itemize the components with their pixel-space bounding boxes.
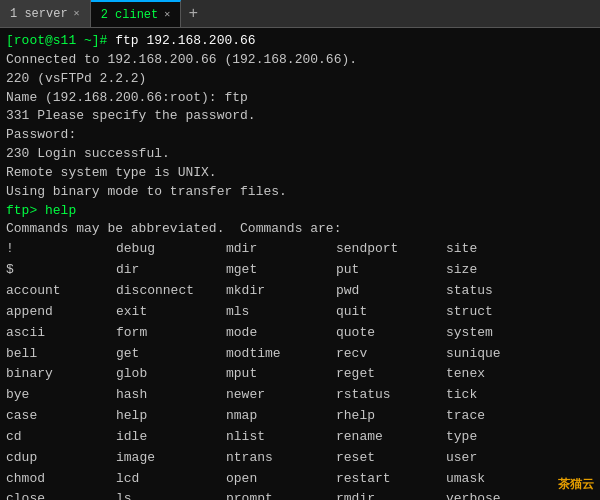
terminal-line: ftp> help — [6, 202, 594, 221]
command-item: chmod — [6, 469, 116, 490]
command-item: cdup — [6, 448, 116, 469]
command-item: rename — [336, 427, 446, 448]
command-item: site — [446, 239, 556, 260]
command-item: prompt — [226, 489, 336, 500]
command-item: dir — [116, 260, 226, 281]
command-item: system — [446, 323, 556, 344]
command-item: rhelp — [336, 406, 446, 427]
command-item: mls — [226, 302, 336, 323]
terminal-line: Connected to 192.168.200.66 (192.168.200… — [6, 51, 594, 70]
terminal-line: 230 Login successful. — [6, 145, 594, 164]
terminal-line: Password: — [6, 126, 594, 145]
command-item: mode — [226, 323, 336, 344]
command-item: trace — [446, 406, 556, 427]
command-item: mkdir — [226, 281, 336, 302]
command-item: tick — [446, 385, 556, 406]
tab-close-icon[interactable]: ✕ — [74, 9, 80, 19]
command-item: append — [6, 302, 116, 323]
command-item: sunique — [446, 344, 556, 365]
terminal-line: [root@s11 ~]# ftp 192.168.200.66 — [6, 32, 594, 51]
terminal-line: Name (192.168.200.66:root): ftp — [6, 89, 594, 108]
command-item: type — [446, 427, 556, 448]
command-item: rstatus — [336, 385, 446, 406]
command-item: close — [6, 489, 116, 500]
tab-label: 2 clinet — [101, 8, 159, 22]
command-item: struct — [446, 302, 556, 323]
command-item: get — [116, 344, 226, 365]
command-item: rmdir — [336, 489, 446, 500]
command-item: image — [116, 448, 226, 469]
command-item: tenex — [446, 364, 556, 385]
command-item: account — [6, 281, 116, 302]
command-item: mput — [226, 364, 336, 385]
tab-label: 1 server — [10, 7, 68, 21]
command-item: reset — [336, 448, 446, 469]
command-item: size — [446, 260, 556, 281]
command-item: form — [116, 323, 226, 344]
tab-close-icon[interactable]: ✕ — [164, 10, 170, 20]
command-item: binary — [6, 364, 116, 385]
command-item: status — [446, 281, 556, 302]
command-item: idle — [116, 427, 226, 448]
command-item: quit — [336, 302, 446, 323]
command-table: !debugmdirsendportsite$dirmgetputsizeacc… — [6, 239, 594, 500]
terminal-line: Using binary mode to transfer files. — [6, 183, 594, 202]
command-item: cd — [6, 427, 116, 448]
tab-add-button[interactable]: + — [181, 0, 205, 27]
tab-bar: 1 server✕2 clinet✕+ — [0, 0, 600, 28]
command-item: sendport — [336, 239, 446, 260]
command-item: modtime — [226, 344, 336, 365]
command-item: exit — [116, 302, 226, 323]
tab-tab1[interactable]: 1 server✕ — [0, 0, 91, 27]
command-item: nlist — [226, 427, 336, 448]
command-item: user — [446, 448, 556, 469]
command-item: verbose — [446, 489, 556, 500]
command-item: restart — [336, 469, 446, 490]
terminal-line: 331 Please specify the password. — [6, 107, 594, 126]
command-item: open — [226, 469, 336, 490]
command-item: reget — [336, 364, 446, 385]
command-item: umask — [446, 469, 556, 490]
command-item: glob — [116, 364, 226, 385]
terminal: [root@s11 ~]# ftp 192.168.200.66Connecte… — [0, 28, 600, 500]
command-item: help — [116, 406, 226, 427]
terminal-line: Remote system type is UNIX. — [6, 164, 594, 183]
command-item: bell — [6, 344, 116, 365]
command-item: newer — [226, 385, 336, 406]
command-item: hash — [116, 385, 226, 406]
ftp-prompt: ftp> help — [6, 203, 76, 218]
cmd-text: ftp 192.168.200.66 — [107, 33, 255, 48]
command-item: mdir — [226, 239, 336, 260]
command-item: put — [336, 260, 446, 281]
command-item: ! — [6, 239, 116, 260]
watermark-label: 茶猫云 — [558, 477, 594, 494]
command-item: ascii — [6, 323, 116, 344]
command-item: ntrans — [226, 448, 336, 469]
command-item: case — [6, 406, 116, 427]
terminal-line: Commands may be abbreviated. Commands ar… — [6, 220, 594, 239]
command-item: bye — [6, 385, 116, 406]
command-item: $ — [6, 260, 116, 281]
command-item: lcd — [116, 469, 226, 490]
command-item: pwd — [336, 281, 446, 302]
command-item: nmap — [226, 406, 336, 427]
prompt-text: [root@s11 ~]# — [6, 33, 107, 48]
command-item: debug — [116, 239, 226, 260]
command-item: ls — [116, 489, 226, 500]
tab-tab2[interactable]: 2 clinet✕ — [91, 0, 182, 27]
terminal-line: 220 (vsFTPd 2.2.2) — [6, 70, 594, 89]
command-item: mget — [226, 260, 336, 281]
command-item: disconnect — [116, 281, 226, 302]
command-item: quote — [336, 323, 446, 344]
command-item: recv — [336, 344, 446, 365]
